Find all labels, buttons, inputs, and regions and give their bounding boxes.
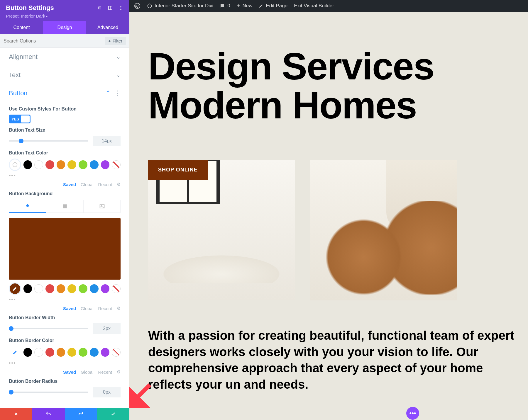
swatch-orange[interactable] (57, 284, 65, 293)
bg-tab-gradient[interactable] (46, 200, 83, 213)
border-radius-value[interactable]: 0px (93, 387, 121, 397)
save-button[interactable] (97, 408, 129, 420)
more-icon[interactable] (118, 5, 123, 11)
accordion-alignment[interactable]: Alignment ⌄ (0, 48, 129, 66)
comments-link[interactable]: 0 (220, 3, 230, 9)
label-border-radius: Button Border Radius (9, 379, 121, 384)
tab-advanced[interactable]: Advanced (86, 21, 129, 34)
tab-content[interactable]: Content (0, 21, 43, 34)
description-text: With a passion for creating beautiful, f… (148, 327, 528, 392)
swatch-white[interactable] (34, 348, 43, 357)
swatch-red[interactable] (45, 284, 54, 293)
redo-button[interactable] (65, 408, 97, 420)
color-picker-button[interactable] (9, 283, 21, 295)
page-canvas[interactable]: Design Services Modern Homes SHOP ONLINE… (129, 12, 528, 420)
svg-point-4 (121, 6, 121, 7)
filter-button[interactable]: +Filter (105, 37, 126, 45)
expand-icon[interactable] (97, 5, 102, 11)
swatch-yellow[interactable] (67, 160, 76, 169)
recent-colors[interactable]: Recent (98, 370, 112, 375)
swatch-purple[interactable] (101, 348, 110, 357)
accordion-text[interactable]: Text ⌄ (0, 66, 129, 84)
shop-online-button[interactable]: SHOP ONLINE (148, 160, 208, 180)
builder-fab-button[interactable]: ••• (406, 407, 419, 420)
exit-builder-link[interactable]: Exit Visual Builder (294, 3, 334, 9)
gear-icon[interactable]: ⚙ (117, 182, 121, 187)
global-colors[interactable]: Global (81, 306, 93, 311)
global-colors[interactable]: Global (81, 370, 93, 375)
new-link[interactable]: +New (237, 3, 253, 9)
button-section: Use Custom Styles For Button YES Button … (0, 106, 129, 403)
swatch-green[interactable] (79, 348, 87, 357)
swatch-none[interactable] (112, 348, 121, 357)
undo-button[interactable] (32, 408, 65, 420)
swatch-white[interactable] (34, 284, 43, 293)
swatch-orange[interactable] (57, 348, 65, 357)
settings-tabs: Content Design Advanced (0, 21, 129, 34)
edit-page-link[interactable]: Edit Page (259, 3, 287, 9)
swatch-blue[interactable] (90, 160, 99, 169)
bg-tab-color[interactable] (9, 200, 46, 213)
label-text-size: Button Text Size (9, 127, 121, 133)
image-row: SHOP ONLINE (148, 160, 528, 300)
swatch-white[interactable] (34, 160, 43, 169)
settings-sidebar: Button Settings Preset: Interior Dark Co… (0, 0, 129, 420)
saved-colors[interactable]: Saved (63, 370, 76, 375)
bg-tab-image[interactable] (83, 200, 121, 213)
swatch-purple[interactable] (101, 284, 110, 293)
svg-point-12 (148, 4, 152, 8)
background-preview[interactable] (9, 218, 121, 280)
cancel-button[interactable] (0, 408, 32, 420)
tab-design[interactable]: Design (43, 21, 86, 34)
swatch-yellow[interactable] (67, 348, 76, 357)
svg-point-1 (99, 8, 100, 8)
more-icon[interactable]: ⋮ (114, 89, 121, 97)
label-background: Button Background (9, 191, 121, 196)
global-colors[interactable]: Global (81, 182, 93, 187)
color-picker-button[interactable] (9, 346, 21, 358)
swatch-blue[interactable] (90, 284, 99, 293)
text-color-swatches (9, 159, 121, 171)
swatch-yellow[interactable] (67, 284, 76, 293)
border-width-value[interactable]: 2px (93, 323, 121, 334)
swatch-green[interactable] (79, 284, 87, 293)
swatch-blue[interactable] (90, 348, 99, 357)
recent-colors[interactable]: Recent (98, 182, 112, 187)
more-swatches[interactable]: ••• (9, 297, 121, 303)
swatch-purple[interactable] (101, 160, 110, 169)
swatch-orange[interactable] (57, 160, 65, 169)
preset-selector[interactable]: Preset: Interior Dark (6, 13, 123, 18)
chevron-down-icon: ⌄ (116, 54, 121, 60)
svg-rect-8 (63, 204, 67, 208)
swatch-black[interactable] (23, 284, 32, 293)
swatch-green[interactable] (79, 160, 87, 169)
layout-icon[interactable] (108, 5, 113, 11)
border-width-slider[interactable] (9, 328, 88, 329)
saved-colors[interactable]: Saved (63, 182, 76, 187)
saved-colors[interactable]: Saved (63, 306, 76, 311)
swatch-none[interactable] (112, 160, 121, 169)
swatch-none[interactable] (112, 284, 121, 293)
swatch-black[interactable] (23, 348, 32, 357)
border-color-swatches (9, 346, 121, 358)
more-swatches[interactable]: ••• (9, 360, 121, 366)
site-name[interactable]: Interior Starter Site for Divi (147, 3, 213, 9)
custom-styles-toggle[interactable]: YES (9, 115, 31, 123)
recent-colors[interactable]: Recent (98, 306, 112, 311)
gear-icon[interactable]: ⚙ (117, 306, 121, 311)
border-radius-slider[interactable] (9, 392, 88, 393)
gear-icon[interactable]: ⚙ (117, 369, 121, 375)
text-size-slider[interactable] (9, 140, 88, 142)
label-custom-styles: Use Custom Styles For Button (9, 106, 121, 112)
accordion-button[interactable]: Button ⌃ ⋮ (0, 84, 129, 102)
wp-logo-icon[interactable] (134, 3, 141, 9)
color-picker-button[interactable] (9, 159, 21, 171)
swatch-red[interactable] (45, 348, 54, 357)
svg-point-6 (121, 9, 121, 10)
swatch-red[interactable] (45, 160, 54, 169)
more-swatches[interactable]: ••• (9, 173, 121, 179)
panel-title: Button Settings (6, 4, 54, 12)
search-input[interactable] (4, 38, 105, 44)
text-size-value[interactable]: 14px (93, 136, 121, 146)
swatch-black[interactable] (23, 160, 32, 169)
